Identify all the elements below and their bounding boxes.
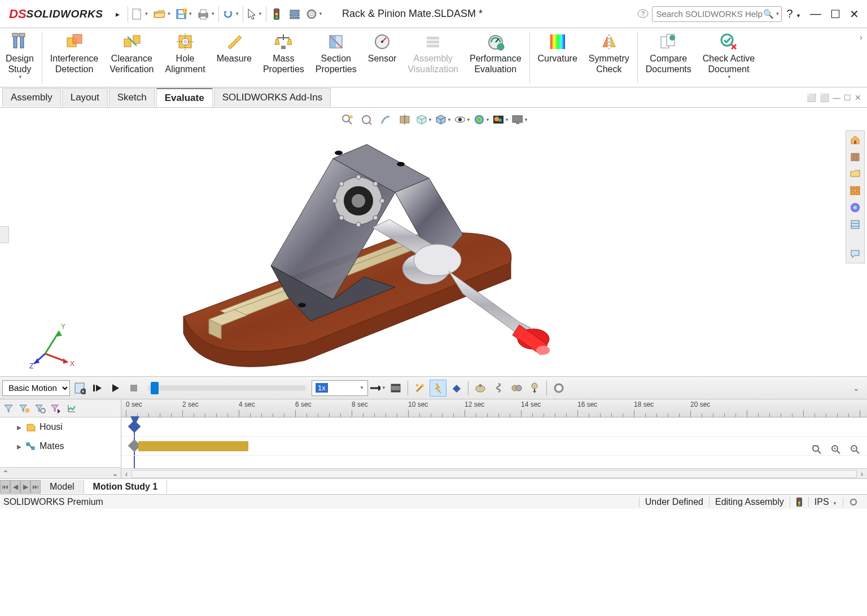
print-button[interactable]: ▼ [195, 5, 217, 23]
play-button[interactable] [107, 380, 124, 397]
add-key-button[interactable] [448, 380, 465, 397]
zoom-fit-timeline[interactable] [808, 441, 825, 458]
doc-close[interactable]: ✕ [855, 93, 861, 102]
motion-clip[interactable] [138, 441, 248, 451]
ribbon-section-properties[interactable]: SectionProperties [310, 28, 362, 87]
save-animation-button[interactable] [387, 380, 404, 397]
ribbon-sensor[interactable]: Sensor [362, 28, 402, 87]
stop-button[interactable] [125, 380, 142, 397]
previous-view-button[interactable] [377, 111, 394, 128]
home-tab[interactable] [847, 132, 863, 148]
close-button[interactable]: ✕ [845, 7, 864, 21]
filter-results-button[interactable] [64, 401, 79, 416]
status-gear[interactable] [843, 498, 864, 507]
search-box[interactable]: 🔍 ▼ [652, 6, 782, 22]
options-button[interactable] [286, 5, 304, 23]
gravity-button[interactable] [526, 380, 543, 397]
help-bubble-button[interactable]: ? [634, 5, 652, 23]
animation-wizard-button[interactable] [411, 380, 428, 397]
ribbon-hole-alignment[interactable]: HoleAlignment [159, 28, 211, 87]
play-from-start-button[interactable] [89, 380, 106, 397]
design-library-tab[interactable] [847, 149, 863, 165]
track-row-mates[interactable] [121, 437, 867, 456]
bottom-tab-model[interactable]: Model [41, 480, 84, 494]
ribbon-design-study[interactable]: DesignStudy▼ [0, 28, 40, 87]
tab-prev[interactable]: ◀ [10, 480, 20, 494]
undo-button[interactable]: ▼ [220, 5, 242, 23]
tab-last[interactable]: ⏭ [30, 480, 41, 494]
expand-arrow[interactable]: ▸ [17, 422, 21, 433]
ribbon-tab-sketch[interactable]: Sketch [109, 88, 155, 107]
ribbon-compare-documents[interactable]: CompareDocuments [640, 28, 697, 87]
feature-tree-flyout[interactable] [0, 226, 9, 243]
scrubber-handle[interactable] [151, 382, 159, 394]
ribbon-measure[interactable]: Measure [211, 28, 257, 87]
select-button[interactable]: ▼ [244, 5, 265, 23]
scroll-right[interactable]: › [857, 469, 867, 478]
filter-animated-button[interactable] [17, 401, 32, 416]
ribbon-tab-evaluate[interactable]: Evaluate [156, 88, 213, 107]
forum-tab[interactable] [847, 246, 863, 262]
appearance-button[interactable]: ▼ [473, 111, 490, 128]
timeline-scrubber[interactable] [148, 385, 306, 391]
autokey-button[interactable] [430, 380, 446, 397]
zoom-fit-button[interactable] [339, 111, 356, 128]
scene-button[interactable]: ▼ [492, 111, 509, 128]
minimize-button[interactable]: — [805, 7, 826, 20]
contact-button[interactable] [508, 380, 525, 397]
rebuild-indicator[interactable] [790, 497, 808, 507]
ribbon-interference-detection[interactable]: InterferenceDetection [45, 28, 104, 87]
traffic-light-button[interactable] [268, 5, 286, 23]
save-button[interactable]: ! ▼ [173, 5, 195, 23]
section-view-button[interactable] [396, 111, 413, 128]
motion-type-select[interactable]: Basic Motion [2, 380, 70, 396]
doc-restore[interactable]: ⬜ [807, 93, 816, 102]
tree-item-housi[interactable]: ▸Housi [0, 417, 121, 437]
units-label[interactable]: IPS ▼ [808, 497, 843, 507]
tab-first[interactable]: ⏮ [0, 480, 10, 494]
motor-button[interactable] [472, 380, 489, 397]
ribbon-performance-evaluation[interactable]: PerformanceEvaluation [464, 28, 527, 87]
tree-item-mates[interactable]: ▸Mates [0, 437, 121, 456]
timeline-ruler[interactable]: 0 sec2 sec4 sec6 sec8 sec10 sec12 sec14 … [121, 399, 867, 417]
open-doc-button[interactable]: ▼ [151, 5, 173, 23]
zoom-out-timeline[interactable] [847, 441, 864, 458]
tree-scroll[interactable]: ⌃⌄ [0, 467, 121, 478]
custom-properties-tab[interactable] [847, 217, 863, 232]
scroll-left[interactable]: ‹ [121, 469, 132, 478]
play-mode-button[interactable]: ▼ [369, 380, 386, 397]
hide-show-button[interactable]: ▼ [454, 111, 471, 128]
view-settings-button[interactable]: ▼ [511, 111, 528, 128]
graphics-viewport[interactable]: ▼ ▼ ▼ ▼ ▼ ▼ X Y Z [0, 108, 867, 377]
appearances-tab[interactable] [847, 200, 863, 215]
filter-button[interactable] [1, 401, 16, 416]
ribbon-overflow[interactable]: › [855, 28, 867, 87]
ribbon-curvature[interactable]: Curvature [532, 28, 583, 87]
calculate-button[interactable] [71, 380, 88, 397]
new-doc-button[interactable]: ▼ [129, 5, 151, 23]
zoom-in-timeline[interactable] [827, 441, 844, 458]
zoom-area-button[interactable] [358, 111, 375, 128]
bottom-tab-motion-study-1[interactable]: Motion Study 1 [84, 480, 168, 494]
search-input[interactable] [656, 9, 763, 19]
display-style-button[interactable]: ▼ [435, 111, 452, 128]
ribbon-tab-assembly[interactable]: Assembly [2, 88, 61, 107]
collapse-motion-button[interactable]: ⌄ [848, 380, 865, 397]
spring-button[interactable] [490, 380, 507, 397]
track-row-housing[interactable] [121, 417, 867, 437]
settings-button[interactable]: ▼ [304, 5, 325, 23]
view-palette-tab[interactable] [847, 183, 863, 199]
keyframe[interactable] [128, 420, 141, 433]
ribbon-symmetry-check[interactable]: SymmetryCheck [583, 28, 635, 87]
doc-float[interactable]: ⬜ [820, 93, 829, 102]
expand-arrow[interactable]: ▸ [17, 441, 21, 452]
filter-driving-button[interactable] [33, 401, 47, 416]
flyout-arrow[interactable]: ▸ [108, 5, 126, 23]
view-orientation-button[interactable]: ▼ [415, 111, 432, 128]
help-menu-button[interactable]: ? ▼ [782, 7, 805, 20]
maximize-button[interactable]: ☐ [826, 7, 845, 21]
ribbon-clearance-verification[interactable]: ClearanceVerification [104, 28, 159, 87]
ribbon-tab-solidworks-add-ins[interactable]: SOLIDWORKS Add-Ins [214, 88, 331, 107]
doc-maximize[interactable]: ☐ [844, 93, 851, 102]
motion-study-props-button[interactable] [550, 380, 567, 397]
